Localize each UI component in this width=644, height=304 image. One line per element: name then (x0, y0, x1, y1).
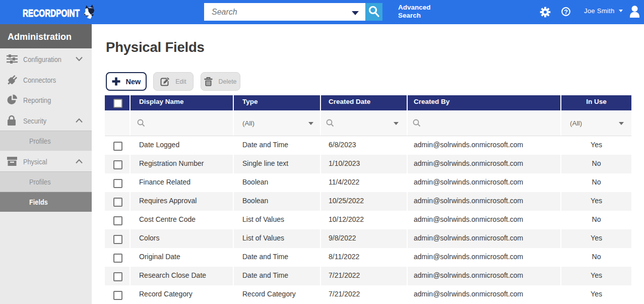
svg-text:RECORDPOINT: RECORDPOINT (23, 7, 80, 19)
svg-text:?: ? (564, 9, 568, 16)
